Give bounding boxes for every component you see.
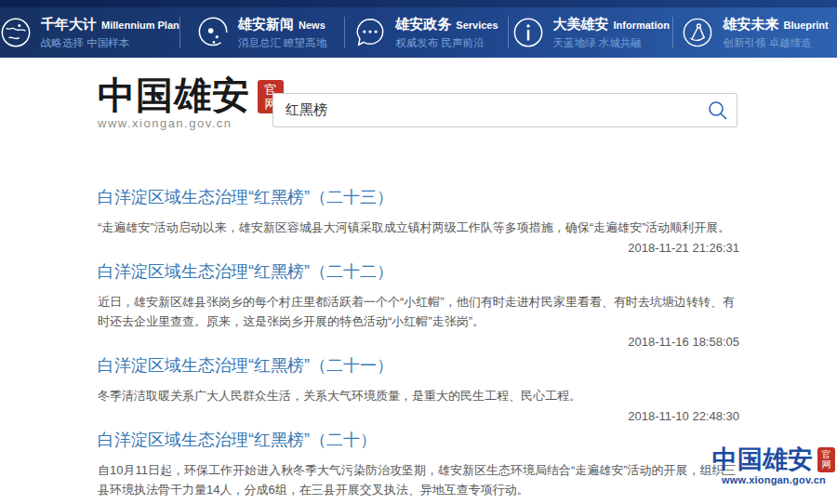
nav-subtitle: 消息总汇 瞭望高地 [238,36,326,49]
chat-bubble-icon [354,17,386,48]
nav-item-services[interactable]: 雄安政务Services 权威发布 民声前沿 [345,7,509,58]
nav-title: 雄安新闻 [238,16,294,32]
nav-subtitle: 战略选择 中国样本 [41,36,179,49]
search-button[interactable] [704,98,732,123]
nav-title-en: Information [614,20,671,31]
nav-title-en: Millennium Plan [101,20,179,31]
nav-item-information[interactable]: 大美雄安Information 天蓝地绿 水城共融 [509,7,672,58]
nav-item-millennium-plan[interactable]: 千年大计Millennium Plan 战略选择 中国样本 [0,7,179,58]
result-description: 自10月11日起，环保工作开始进入秋冬季大气污染防治攻坚期，雄安新区生态环境局结… [98,460,739,499]
result-description: 近日，雄安新区雄县张岗乡的每个村庄里都活跃着一个个“小红帽”，他们有时走进村民家… [98,292,739,331]
nav-item-blueprint[interactable]: 雄安未来Blueprint 创新引领 卓越缔造 [673,7,837,58]
site-logo-text: 中国雄安 [98,76,250,115]
nav-subtitle: 创新引领 卓越缔造 [723,36,828,49]
watermark-seal: 官网 [817,447,835,472]
topbar-main: 千年大计Millennium Plan 战略选择 中国样本 雄安新闻News 消… [0,7,837,58]
page-content: 中国雄安 官网 www.xiongan.gov.cn 白洋淀区域生态治理“ [0,58,837,504]
result-item: 白洋淀区域生态治理“红黑榜”（二十三） “走遍雄安”活动启动以来，雄安新区容城县… [98,188,739,256]
nav-title: 雄安政务 [395,16,451,32]
result-date: 2018-11-16 18:58:05 [98,334,739,350]
result-description: “走遍雄安”活动启动以来，雄安新区容城县大河镇采取成立镇村两级工作队等多项措施，… [98,218,739,237]
watermark-logo-text: 中国雄安 [712,445,813,473]
nav-title-en: Services [456,20,498,31]
globe-icon [0,17,32,48]
result-description: 冬季清洁取暖关系广大人民群众生活，关系大气环境质量，是重大的民生工程、民心工程。 [98,386,739,405]
result-title-link[interactable]: 白洋淀区域生态治理“红黑榜”（二十二） [98,262,393,281]
nav-title: 雄安未来 [723,16,778,32]
search-bar [272,93,737,127]
watermark-logo: 中国雄安 官网 www.xiongan.gov.cn [712,445,835,485]
nav-title: 千年大计 [41,16,97,32]
result-item: 白洋淀区域生态治理“红黑榜”（二十二） 近日，雄安新区雄县张岗乡的每个村庄里都活… [98,262,739,350]
result-title-link[interactable]: 白洋淀区域生态治理“红黑榜”（二十） [98,431,377,449]
compass-icon [682,17,713,48]
result-title-link[interactable]: 白洋淀区域生态治理“红黑榜”（二十三） [98,188,393,206]
nav-subtitle: 天蓝地绿 水城共融 [553,36,671,49]
lens-dots-icon [197,17,229,48]
search-results-list: 白洋淀区域生态治理“红黑榜”（二十三） “走遍雄安”活动启动以来，雄安新区容城县… [98,188,739,504]
nav-title: 大美雄安 [553,16,609,32]
nav-subtitle: 权威发布 民声前沿 [395,36,498,49]
result-item: 白洋淀区域生态治理“红黑榜”（二十） 自10月11日起，环保工作开始进入秋冬季大… [98,431,739,504]
search-input[interactable] [272,93,737,127]
site-logo[interactable]: 中国雄安 官网 www.xiongan.gov.cn [98,76,284,130]
header-row: 中国雄安 官网 www.xiongan.gov.cn [98,58,739,149]
nav-item-news[interactable]: 雄安新闻News 消息总汇 瞭望高地 [180,7,344,58]
result-date: 2018-11-21 21:26:31 [98,240,739,256]
nav-title-en: News [299,20,326,31]
watermark-url: www.xiongan.gov.cn [712,474,835,485]
topbar-accent-strip [0,0,837,7]
search-icon [704,99,732,122]
result-date: 2018-11-10 22:48:30 [98,408,739,424]
top-navigation: 千年大计Millennium Plan 战略选择 中国样本 雄安新闻News 消… [0,0,837,58]
info-icon [512,17,544,48]
site-logo-url: www.xiongan.gov.cn [98,116,284,130]
result-item: 白洋淀区域生态治理“红黑榜”（二十一） 冬季清洁取暖关系广大人民群众生活，关系大… [98,356,739,424]
result-title-link[interactable]: 白洋淀区域生态治理“红黑榜”（二十一） [98,356,393,375]
nav-title-en: Blueprint [783,20,828,31]
